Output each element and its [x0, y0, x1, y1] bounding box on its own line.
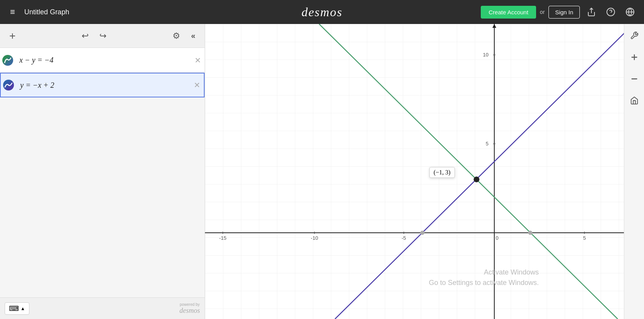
powered-by: powered by desmos	[179, 302, 200, 315]
menu-button[interactable]: ≡	[6, 5, 19, 19]
expression-color-circle	[3, 80, 14, 90]
share-button[interactable]	[584, 6, 599, 18]
or-text: or	[540, 9, 545, 15]
graph-svg: -15 -10 -5 0 5 10 5 -5	[205, 24, 624, 319]
right-sidebar	[624, 24, 644, 319]
svg-text:0: 0	[495, 235, 498, 241]
create-account-button[interactable]: Create Account	[481, 6, 536, 19]
svg-text:10: 10	[483, 52, 489, 58]
svg-point-25	[474, 177, 479, 182]
home-button[interactable]	[627, 93, 642, 108]
expression-formula[interactable]: x − y = −4	[15, 52, 191, 68]
expression-row[interactable]: y = −x + 2 ✕	[0, 73, 205, 97]
main-layout: + ↩ ↪ ⚙ « x − y = −4	[0, 24, 644, 319]
expression-formula[interactable]: y = −x + 2	[16, 77, 190, 94]
svg-text:-15: -15	[219, 235, 227, 241]
expression-color-icon[interactable]	[0, 55, 15, 66]
redo-button[interactable]: ↪	[96, 29, 110, 43]
svg-point-27	[528, 231, 532, 235]
help-button[interactable]	[603, 6, 618, 18]
expression-toolbar: + ↩ ↪ ⚙ «	[0, 24, 205, 48]
keyboard-button[interactable]: ⌨ ▲	[5, 302, 29, 315]
desmos-logo: desmos	[301, 5, 342, 19]
zoom-out-button[interactable]	[627, 71, 642, 87]
expression-color-circle	[2, 55, 13, 66]
settings-button[interactable]: ⚙	[169, 29, 184, 43]
sign-in-button[interactable]: Sign In	[548, 6, 580, 19]
svg-text:-5: -5	[401, 235, 406, 241]
add-expression-button[interactable]: +	[5, 27, 19, 44]
wrench-button[interactable]	[627, 28, 642, 43]
expression-delete-button[interactable]: ✕	[190, 78, 204, 92]
svg-text:5: 5	[583, 235, 586, 241]
expression-color-icon[interactable]	[1, 80, 16, 90]
left-panel: + ↩ ↪ ⚙ « x − y = −4	[0, 24, 205, 319]
graph-title: Untitled Graph	[24, 8, 69, 16]
graph-area[interactable]: -15 -10 -5 0 5 10 5 -5	[205, 24, 624, 319]
keyboard-arrow: ▲	[20, 306, 25, 311]
header-actions: Create Account or Sign In	[481, 6, 638, 19]
svg-point-26	[420, 231, 424, 235]
empty-expression-area	[0, 97, 205, 252]
expression-row[interactable]: x − y = −4 ✕	[0, 48, 205, 73]
language-button[interactable]	[622, 6, 638, 18]
svg-text:-10: -10	[311, 235, 318, 241]
left-panel-footer: ⌨ ▲ powered by desmos	[0, 297, 205, 319]
header: ≡ Untitled Graph desmos Create Account o…	[0, 0, 644, 24]
expression-delete-button[interactable]: ✕	[191, 53, 205, 67]
expression-list: x − y = −4 ✕ y = −x + 2 ✕	[0, 48, 205, 297]
svg-rect-3	[205, 24, 624, 319]
zoom-in-button[interactable]	[627, 49, 642, 65]
keyboard-icon: ⌨	[9, 304, 19, 313]
undo-button[interactable]: ↩	[78, 29, 92, 43]
collapse-button[interactable]: «	[187, 29, 199, 43]
svg-text:5: 5	[486, 141, 489, 147]
